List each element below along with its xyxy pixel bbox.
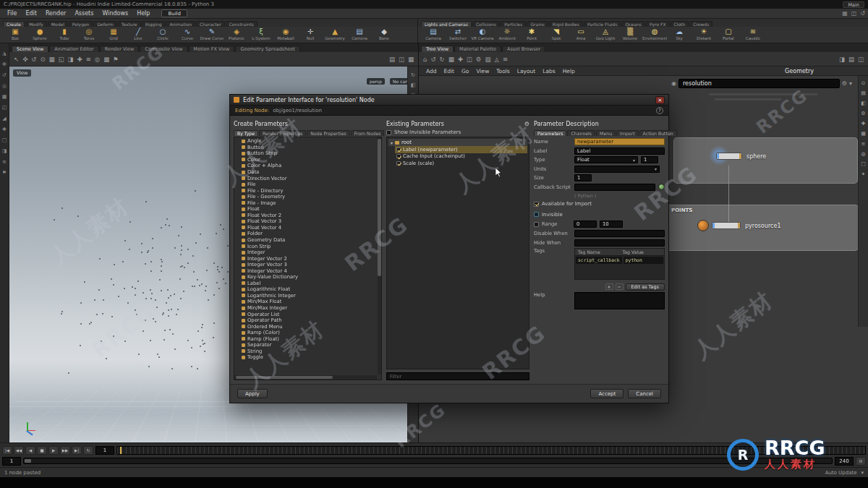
shelf-tab[interactable]: Lights and Cameras	[421, 21, 472, 27]
network-side-icon[interactable]: □	[861, 161, 866, 167]
edit-as-tags-button[interactable]: Edit as Tags	[626, 283, 665, 291]
pane-tab[interactable]: Motion FX View	[189, 46, 235, 52]
show-invisible-checkbox[interactable]	[386, 130, 391, 135]
shelf-tool[interactable]: ◍ Environment	[642, 27, 667, 43]
parameter-type-item[interactable]: Label	[236, 281, 377, 287]
parameter-type-item[interactable]: Ramp (Float)	[236, 336, 377, 343]
parameter-type-item[interactable]: Color	[236, 157, 377, 163]
viewport-toolbar-icon[interactable]: ◫	[399, 56, 404, 63]
available-for-import-row[interactable]: Available for Import	[534, 200, 665, 208]
network-toolbar-icon[interactable]: ◨	[839, 56, 845, 63]
shelf-tab[interactable]: Character	[196, 21, 225, 27]
create-parameters-tab[interactable]: Node Properties	[307, 130, 349, 136]
close-icon[interactable]: ✕	[655, 96, 665, 104]
existing-parameter-row[interactable]: Label (newparameter)	[395, 146, 527, 153]
parameter-type-item[interactable]: Float Vector 2	[236, 213, 377, 219]
dialog-titlebar[interactable]: Edit Parameter Interface for 'resolution…	[230, 95, 668, 106]
menu-item[interactable]: Assets	[70, 10, 98, 17]
shelf-tab[interactable]: Particle Fluids	[584, 21, 621, 27]
network-toolbar-icon[interactable]: ▧	[485, 56, 490, 63]
network-side-icon[interactable]: ⚙	[861, 111, 865, 116]
viewport-toolbar-icon[interactable]: ↖	[14, 56, 19, 63]
network-toolbar-icon[interactable]: ↺	[430, 56, 435, 63]
viewport-toolbar-icon[interactable]: ▦	[408, 56, 414, 63]
create-parameters-tab[interactable]: From Nodes	[351, 130, 385, 136]
transport-button[interactable]: |◀	[2, 446, 12, 455]
type-size-stepper[interactable]: 1	[641, 156, 658, 163]
pane-tab[interactable]: Tree View	[421, 46, 454, 52]
shelf-tab[interactable]: Grains	[527, 21, 548, 27]
range-slider-thumb[interactable]	[25, 459, 31, 463]
parameter-type-item[interactable]: Float Vector 3	[236, 218, 377, 225]
add-tag-button[interactable]: +	[605, 283, 613, 290]
range-max-field[interactable]: 10	[600, 221, 623, 228]
node-sphere[interactable]	[716, 153, 742, 160]
pane-tab[interactable]: Asset Browser	[502, 46, 545, 52]
parameter-type-item[interactable]: Operator Path	[236, 317, 377, 324]
left-toolbar-icon[interactable]: ◨	[2, 148, 7, 154]
parameter-type-item[interactable]: Logarithmic Integer	[236, 293, 377, 299]
parameter-type-item[interactable]: String	[236, 348, 377, 355]
playback-range-slider[interactable]	[23, 458, 833, 464]
network-side-icon[interactable]: ▤	[861, 90, 866, 96]
name-field[interactable]: newparameter	[574, 138, 665, 145]
viewport-toolbar-icon[interactable]: ↺	[31, 56, 36, 63]
pane-tab[interactable]: Scene View	[12, 46, 48, 52]
shelf-tool[interactable]: ☀ Distant	[692, 27, 716, 43]
pane-tab[interactable]: Animation Editor	[49, 46, 98, 52]
shelf-tab[interactable]: Animation	[166, 21, 195, 27]
network-box-sphere[interactable]: sphere	[673, 137, 858, 184]
invisible-checkbox[interactable]	[534, 212, 539, 217]
network-toolbar-icon[interactable]: ↻	[440, 56, 445, 63]
parameter-description-tab[interactable]: Parameters	[534, 130, 566, 136]
chevron-down-icon[interactable]: ▾	[849, 80, 852, 87]
network-side-icon[interactable]: ≡	[861, 141, 866, 147]
shelf-tab[interactable]: Polygon	[69, 21, 93, 27]
viewport-toolbar-icon[interactable]: ▤	[389, 56, 395, 63]
viewport-toolbar-icon[interactable]: ≡	[86, 56, 91, 63]
left-toolbar-icon[interactable]: ◎	[2, 83, 7, 89]
existing-parameter-row[interactable]: Scale (scale)	[395, 160, 527, 167]
viewport-toolbar-icon[interactable]: ⊙	[40, 56, 45, 63]
shelf-tab[interactable]: Modify	[25, 21, 47, 27]
network-side-icon[interactable]: ✦	[861, 171, 866, 177]
parameter-type-item[interactable]: Folder	[236, 231, 377, 237]
network-box-points[interactable]: POINTS pyrosource1	[665, 205, 859, 251]
left-toolbar-icon[interactable]: ⚑	[2, 170, 7, 176]
shelf-tool[interactable]: ▒ Volume	[618, 27, 642, 43]
filter-input[interactable]	[386, 372, 529, 380]
parameter-type-item[interactable]: Icon Strip	[236, 243, 377, 249]
network-menu-item[interactable]: View	[472, 68, 493, 74]
node-pyrosource[interactable]	[712, 222, 741, 229]
parameter-type-item[interactable]: File - Directory	[236, 187, 377, 194]
help-icon[interactable]: ?	[656, 107, 663, 114]
shelf-tool[interactable]: ▤ Camera	[421, 27, 446, 43]
network-side-icon[interactable]: ✚	[861, 121, 866, 127]
parameter-type-item[interactable]: Integer Vector 3	[236, 262, 377, 268]
parameter-type-item[interactable]: Color + Alpha	[236, 163, 377, 169]
shelf-tool[interactable]: ▲ Geometry	[323, 27, 347, 43]
gear-icon[interactable]: ⚙	[842, 80, 847, 87]
network-toolbar-icon[interactable]: ▦	[448, 56, 454, 63]
parameter-description-tab[interactable]: Import	[616, 130, 639, 136]
parameter-type-item[interactable]: Ramp (Color)	[236, 330, 377, 336]
label-field[interactable]: Label	[574, 147, 665, 155]
shelf-tab[interactable]: Constraints	[226, 21, 258, 27]
remove-tag-button[interactable]: −	[616, 283, 624, 290]
shelf-tool[interactable]: ▮ Tube	[52, 27, 77, 43]
network-side-icon[interactable]: ▦	[861, 131, 866, 137]
left-toolbar-icon[interactable]: □	[2, 137, 7, 143]
transport-button[interactable]: ◀	[25, 446, 35, 455]
network-menu-item[interactable]: Labs	[539, 68, 558, 74]
existing-parameter-row[interactable]: Cache Input (cacheinput)	[395, 153, 527, 160]
transport-button[interactable]: ▶▶	[60, 446, 70, 455]
parameter-type-item[interactable]: Key-Value Dictionary	[236, 274, 377, 281]
transport-button[interactable]: ▶	[48, 446, 59, 455]
range-start-field[interactable]: 1	[2, 457, 21, 466]
shelf-tab[interactable]: Texture	[118, 21, 141, 27]
network-toolbar-icon[interactable]: ⚙	[476, 56, 482, 63]
size-field[interactable]: 1	[574, 174, 592, 181]
menu-item[interactable]: Help	[132, 10, 154, 17]
left-toolbar-icon[interactable]: ◢	[2, 116, 6, 121]
left-toolbar-icon[interactable]: ≡	[2, 159, 7, 165]
